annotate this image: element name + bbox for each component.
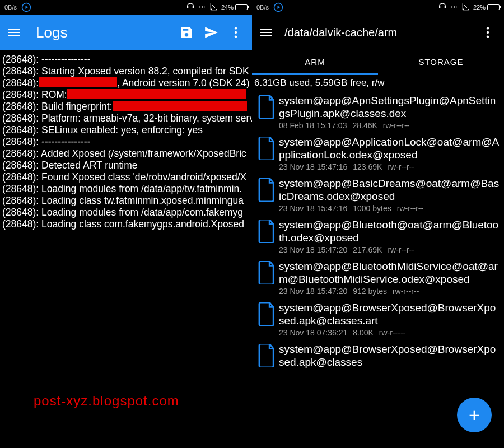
tab-storage[interactable]: STORAGE bbox=[378, 50, 504, 75]
file-icon bbox=[255, 301, 279, 337]
log-line: (28648): Loading modules from /data/app/… bbox=[2, 207, 250, 218]
net-speed: 0B/s bbox=[4, 4, 17, 11]
file-row[interactable]: system@app@ApplicationLock@oat@arm@Appli… bbox=[252, 133, 504, 175]
save-button[interactable] bbox=[178, 24, 195, 41]
file-row[interactable]: system@app@BrowserXposed@BrowserXposed.a… bbox=[252, 340, 504, 372]
log-line: (28648): --------------- bbox=[2, 54, 250, 66]
log-line: (28648): Loading class tw.fatminmin.xpos… bbox=[2, 195, 250, 207]
plus-icon: + bbox=[469, 405, 480, 424]
file-name: system@app@BrowserXposed@BrowserXposed.a… bbox=[279, 301, 501, 327]
signal-icon bbox=[462, 3, 470, 12]
headphones-icon bbox=[437, 2, 447, 13]
lte-label: LTE bbox=[451, 5, 459, 10]
file-name: system@app@ApnSettingsPlugin@ApnSettings… bbox=[279, 94, 501, 120]
log-line: (28648): , Android version 7.0 (SDK 24) bbox=[2, 77, 250, 89]
file-row[interactable]: system@app@BasicDreams@oat@arm@BasicDrea… bbox=[252, 175, 504, 216]
file-icon bbox=[255, 177, 279, 213]
page-title: Logs bbox=[36, 24, 170, 41]
add-fab-button[interactable]: + bbox=[457, 398, 492, 432]
file-row[interactable]: system@app@BluetoothMidiService@oat@arm@… bbox=[252, 258, 504, 299]
file-icon bbox=[255, 136, 279, 171]
svg-point-6 bbox=[487, 31, 489, 34]
watermark: post-xyz.blogspot.com bbox=[34, 393, 179, 409]
right-pane: 0B/s LTE 22% /data/dalvik-cache/arm ARM … bbox=[252, 0, 504, 448]
menu-icon[interactable] bbox=[260, 26, 272, 39]
app-toolbar: /data/dalvik-cache/arm bbox=[252, 15, 504, 50]
battery-indicator: 22% bbox=[473, 4, 500, 11]
disk-usage: 6.31GB used, 5.59GB free, r/w bbox=[252, 75, 504, 92]
file-icon bbox=[255, 218, 279, 254]
log-line: (28648): Loading modules from /data/app/… bbox=[2, 183, 250, 195]
path-breadcrumb[interactable]: /data/dalvik-cache/arm bbox=[284, 26, 472, 39]
overflow-menu-icon[interactable] bbox=[227, 24, 244, 41]
file-name: system@app@BluetoothMidiService@oat@arm@… bbox=[279, 260, 501, 286]
file-name: system@app@ApplicationLock@oat@arm@Appli… bbox=[279, 136, 501, 161]
file-meta: 23 Nov 18 15:47:20217.69Krw-r--r-- bbox=[279, 245, 501, 254]
file-row[interactable]: system@app@ApnSettingsPlugin@ApnSettings… bbox=[252, 92, 504, 133]
file-meta: 23 Nov 18 15:47:16123.69Krw-r--r-- bbox=[279, 162, 501, 171]
file-icon bbox=[255, 343, 279, 368]
file-name: system@app@BasicDreams@oat@arm@BasicDrea… bbox=[279, 177, 501, 203]
play-icon bbox=[273, 2, 283, 12]
file-icon bbox=[255, 94, 279, 130]
signal-icon bbox=[210, 3, 218, 12]
file-row[interactable]: system@app@BrowserXposed@BrowserXposed.a… bbox=[252, 299, 504, 340]
net-speed: 0B/s bbox=[256, 4, 269, 11]
file-name: system@app@Bluetooth@oat@arm@Bluetooth.o… bbox=[279, 218, 501, 244]
file-list[interactable]: system@app@ApnSettingsPlugin@ApnSettings… bbox=[252, 92, 504, 372]
status-bar: 0B/s LTE 24% bbox=[0, 0, 252, 15]
file-meta: 23 Nov 18 15:47:161000 bytesrw-r--r-- bbox=[279, 204, 501, 213]
battery-indicator: 24% bbox=[221, 4, 248, 11]
tab-arm[interactable]: ARM bbox=[252, 50, 378, 75]
svg-point-2 bbox=[235, 31, 237, 34]
headphones-icon bbox=[185, 2, 195, 13]
file-meta: 23 Nov 18 15:47:20912 bytesrw-r--r-- bbox=[279, 287, 501, 296]
left-pane: 0B/s LTE 24% Logs (28648): -------------… bbox=[0, 0, 252, 448]
log-line: (28648): --------------- bbox=[2, 136, 250, 148]
log-line: (28648): Platform: armeabi-v7a, 32-bit b… bbox=[2, 113, 250, 124]
file-meta: 23 Nov 18 07:36:218.00Krw-r----- bbox=[279, 328, 501, 337]
log-line: (28648): Detected ART runtime bbox=[2, 160, 250, 171]
menu-icon[interactable] bbox=[8, 26, 20, 39]
svg-point-5 bbox=[487, 27, 489, 29]
lte-label: LTE bbox=[199, 5, 207, 10]
svg-point-1 bbox=[235, 27, 237, 29]
log-line: (28648): Starting Xposed version 88.2, c… bbox=[2, 66, 250, 77]
log-line: (28648): Loading class com.fakemygps.and… bbox=[2, 218, 250, 230]
log-line: (28648): Found Xposed class 'de/robv/and… bbox=[2, 171, 250, 183]
log-line: (28648): ROM: bbox=[2, 89, 250, 101]
status-bar: 0B/s LTE 22% bbox=[252, 0, 504, 15]
overflow-menu-icon[interactable] bbox=[479, 24, 496, 41]
svg-point-3 bbox=[235, 35, 237, 38]
log-line: (28648): Build fingerprint: bbox=[2, 101, 250, 113]
file-row[interactable]: system@app@Bluetooth@oat@arm@Bluetooth.o… bbox=[252, 216, 504, 258]
log-output[interactable]: (28648): ---------------(28648): Startin… bbox=[0, 50, 252, 234]
file-name: system@app@BrowserXposed@BrowserXposed.a… bbox=[279, 343, 501, 368]
file-icon bbox=[255, 260, 279, 296]
redacted-block bbox=[113, 101, 247, 111]
redacted-block bbox=[67, 89, 246, 99]
file-meta: 08 Feb 18 15:17:0328.46Krw-r--r-- bbox=[279, 121, 501, 130]
app-toolbar: Logs bbox=[0, 15, 252, 50]
svg-point-7 bbox=[487, 35, 489, 38]
redacted-block bbox=[39, 77, 117, 87]
log-line: (28648): Added Xposed (/system/framework… bbox=[2, 148, 250, 160]
play-icon bbox=[21, 2, 31, 12]
send-button[interactable] bbox=[203, 24, 220, 41]
log-line: (28648): SELinux enabled: yes, enforcing… bbox=[2, 124, 250, 136]
tab-bar: ARM STORAGE bbox=[252, 50, 504, 75]
